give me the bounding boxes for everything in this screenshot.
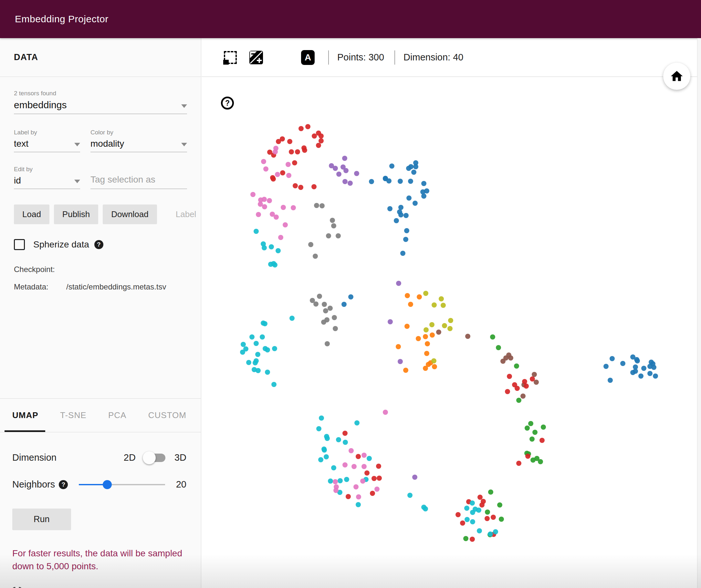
color-by-select[interactable]: modality [90, 139, 187, 152]
data-point[interactable] [647, 371, 653, 376]
data-point[interactable] [278, 235, 283, 240]
tab-umap[interactable]: UMAP [12, 410, 38, 420]
data-point[interactable] [491, 515, 496, 520]
data-point[interactable] [292, 160, 297, 165]
data-point[interactable] [318, 457, 323, 462]
data-point[interactable] [514, 364, 519, 369]
data-point[interactable] [262, 321, 267, 326]
data-point[interactable] [528, 421, 533, 426]
data-point[interactable] [333, 166, 338, 171]
data-point[interactable] [335, 233, 341, 238]
data-point[interactable] [493, 529, 498, 534]
data-point[interactable] [541, 424, 546, 430]
data-point[interactable] [398, 205, 404, 210]
data-point[interactable] [246, 360, 251, 365]
data-point[interactable] [485, 510, 490, 515]
data-point[interactable] [249, 334, 255, 340]
data-point[interactable] [333, 488, 338, 493]
tensor-select[interactable]: embeddings [14, 100, 187, 114]
data-point[interactable] [332, 315, 337, 320]
data-point[interactable] [365, 470, 370, 475]
data-point[interactable] [336, 437, 341, 442]
data-point[interactable] [532, 372, 537, 377]
data-point[interactable] [470, 501, 475, 506]
data-point[interactable] [638, 374, 644, 379]
data-point[interactable] [403, 368, 408, 373]
data-point[interactable] [604, 364, 609, 369]
data-point[interactable] [460, 521, 465, 526]
data-point[interactable] [285, 162, 291, 167]
data-point[interactable] [515, 386, 520, 391]
canvas-help-icon[interactable]: ? [221, 96, 234, 110]
data-point[interactable] [289, 316, 295, 321]
data-point[interactable] [608, 378, 613, 383]
data-point[interactable] [280, 170, 285, 175]
data-point[interactable] [496, 345, 501, 350]
data-point[interactable] [396, 281, 401, 286]
slider-knob[interactable] [103, 480, 112, 489]
data-point[interactable] [269, 244, 274, 249]
data-point[interactable] [388, 319, 393, 324]
data-point[interactable] [423, 334, 428, 339]
data-point[interactable] [396, 344, 401, 349]
data-point[interactable] [295, 149, 300, 155]
data-point[interactable] [318, 138, 324, 144]
data-point[interactable] [316, 426, 321, 431]
data-point[interactable] [331, 223, 336, 228]
data-point[interactable] [289, 149, 294, 155]
data-point[interactable] [413, 164, 418, 169]
data-point[interactable] [356, 494, 361, 500]
data-point[interactable] [490, 334, 495, 340]
data-point[interactable] [313, 302, 318, 307]
data-point[interactable] [485, 516, 490, 521]
data-point[interactable] [479, 503, 485, 508]
data-point[interactable] [356, 454, 361, 459]
data-point[interactable] [400, 251, 406, 256]
tag-selection-input[interactable] [90, 172, 187, 189]
labels-icon[interactable]: A [300, 50, 315, 65]
night-mode-icon[interactable] [275, 50, 289, 65]
data-point[interactable] [328, 478, 333, 483]
data-point[interactable] [477, 528, 482, 533]
data-point[interactable] [308, 242, 313, 247]
data-point[interactable] [356, 502, 361, 507]
data-point[interactable] [389, 164, 395, 169]
data-point[interactable] [620, 361, 626, 366]
data-point[interactable] [255, 352, 260, 357]
data-point[interactable] [516, 398, 521, 403]
data-point[interactable] [325, 436, 330, 441]
data-point[interactable] [497, 503, 502, 508]
data-point[interactable] [302, 148, 307, 153]
data-point[interactable] [439, 296, 444, 302]
data-point[interactable] [272, 262, 277, 267]
data-point[interactable] [281, 205, 286, 210]
data-point[interactable] [635, 358, 640, 364]
data-point[interactable] [372, 476, 377, 481]
data-point[interactable] [305, 124, 310, 129]
data-point[interactable] [424, 351, 429, 356]
data-point[interactable] [413, 201, 418, 206]
data-point[interactable] [423, 506, 428, 512]
data-point[interactable] [254, 341, 259, 346]
data-point[interactable] [377, 475, 382, 481]
data-point[interactable] [287, 139, 292, 144]
data-point[interactable] [416, 336, 421, 341]
tab-pca[interactable]: PCA [108, 410, 126, 420]
box-select-icon[interactable] [223, 50, 238, 65]
data-point[interactable] [516, 461, 521, 466]
data-point[interactable] [325, 341, 330, 346]
exposure-icon[interactable] [249, 50, 264, 65]
run-button[interactable]: Run [12, 509, 71, 530]
data-point[interactable] [283, 222, 288, 227]
data-point[interactable] [343, 168, 348, 173]
data-point[interactable] [436, 330, 441, 335]
data-point[interactable] [293, 183, 298, 188]
data-point[interactable] [261, 159, 266, 164]
data-point[interactable] [470, 537, 475, 542]
data-point[interactable] [342, 431, 347, 436]
data-point[interactable] [333, 479, 338, 484]
data-point[interactable] [336, 172, 341, 177]
data-point[interactable] [274, 214, 279, 220]
data-point[interactable] [403, 237, 408, 242]
data-point[interactable] [347, 181, 353, 186]
